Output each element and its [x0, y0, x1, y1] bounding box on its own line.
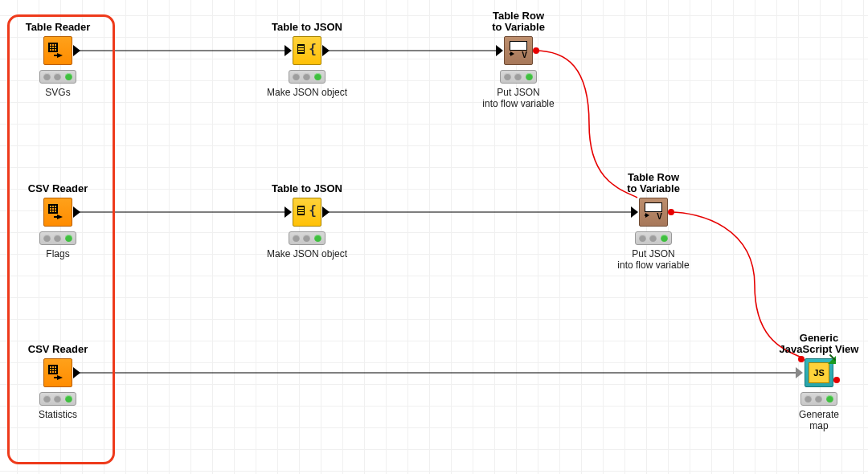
node-title: Table to JSON [247, 22, 367, 33]
output-port[interactable] [73, 367, 80, 378]
output-port[interactable] [73, 206, 80, 218]
node-title: CSV Reader [0, 183, 118, 194]
table-row-to-variable-icon[interactable]: V [504, 36, 533, 65]
output-port[interactable] [322, 206, 330, 218]
table-row-to-variable-icon[interactable]: V [639, 198, 668, 227]
status-traffic-light [39, 70, 76, 84]
input-port[interactable] [285, 45, 292, 56]
table-to-json-icon[interactable]: { [293, 198, 321, 227]
node-caption: SVGs [0, 87, 118, 98]
variable-output-port[interactable] [833, 377, 840, 383]
table-reader-icon[interactable] [43, 198, 72, 227]
input-port[interactable] [796, 367, 803, 378]
node-caption: Put JSON into flow variable [458, 87, 579, 109]
node-title: Table Row to Variable [458, 10, 579, 33]
input-port[interactable] [285, 206, 292, 218]
output-port[interactable] [322, 45, 330, 56]
node-title: Table to JSON [247, 183, 367, 194]
node-n5[interactable]: Table to JSON{Make JSON object [247, 183, 367, 259]
node-title: Generic JavaScript View [759, 333, 868, 355]
node-title: CSV Reader [0, 344, 118, 355]
node-n7[interactable]: CSV ReaderStatistics [0, 344, 118, 420]
node-caption: Put JSON into flow variable [593, 248, 714, 271]
generic-js-view-icon[interactable]: JS [805, 358, 833, 387]
table-to-json-icon[interactable]: { [293, 36, 321, 65]
node-caption: Make JSON object [247, 87, 367, 98]
node-n2[interactable]: Table to JSON{Make JSON object [247, 22, 367, 98]
node-caption: Generate map [759, 409, 868, 431]
node-n8[interactable]: Generic JavaScript ViewJSGenerate map [759, 333, 868, 431]
table-reader-icon[interactable] [43, 36, 72, 65]
workflow-canvas[interactable]: Table ReaderSVGsTable to JSON{Make JSON … [0, 0, 868, 474]
variable-output-port[interactable] [533, 47, 539, 54]
status-traffic-light [39, 231, 76, 245]
status-traffic-light [635, 231, 672, 245]
variable-output-port[interactable] [668, 209, 674, 215]
status-traffic-light [800, 392, 837, 406]
table-reader-icon[interactable] [43, 358, 72, 387]
node-n3[interactable]: Table Row to VariableVPut JSON into flow… [458, 10, 579, 109]
input-port[interactable] [496, 45, 503, 56]
node-title: Table Reader [0, 22, 118, 33]
status-traffic-light [289, 231, 326, 245]
node-n1[interactable]: Table ReaderSVGs [0, 22, 118, 98]
input-port[interactable] [631, 206, 638, 218]
node-n4[interactable]: CSV ReaderFlags [0, 183, 118, 259]
connection-layer [0, 0, 868, 474]
node-caption: Make JSON object [247, 248, 367, 259]
variable-input-port[interactable] [798, 356, 805, 362]
node-caption: Flags [0, 248, 118, 259]
status-traffic-light [39, 392, 76, 406]
node-title: Table Row to Variable [593, 172, 714, 194]
status-traffic-light [289, 70, 326, 84]
status-traffic-light [500, 70, 537, 84]
node-n6[interactable]: Table Row to VariableVPut JSON into flow… [593, 172, 714, 271]
node-caption: Statistics [0, 409, 118, 420]
output-port[interactable] [73, 45, 80, 56]
